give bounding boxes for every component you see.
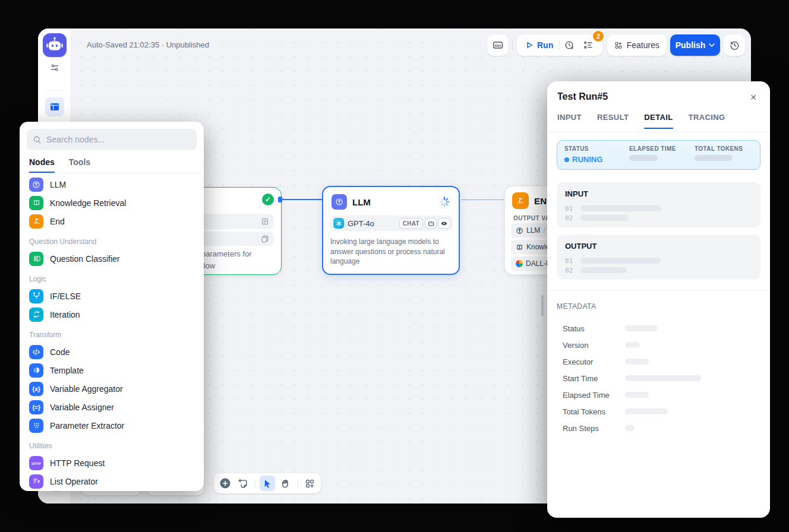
status-value: RUNING bbox=[564, 155, 629, 164]
env-icon: ENV bbox=[492, 39, 504, 51]
node-item-label: Knowledge Retrieval bbox=[50, 198, 126, 208]
node-list-item[interactable]: Template bbox=[24, 361, 199, 379]
node-list-item[interactable]: LLM bbox=[24, 175, 199, 194]
metadata-row: Status bbox=[563, 320, 760, 337]
node-list-item[interactable]: {x}Variable Aggregator bbox=[24, 379, 199, 398]
llm-icon bbox=[29, 178, 43, 192]
tab-tracing[interactable]: TRACING bbox=[689, 113, 725, 129]
tab-result[interactable]: RESULT bbox=[597, 113, 629, 129]
add-node-button[interactable] bbox=[217, 476, 233, 491]
io-row: 01 bbox=[565, 204, 752, 213]
env-button[interactable]: ENV bbox=[487, 34, 509, 56]
app-robot-icon[interactable] bbox=[43, 33, 67, 57]
workflow-tool-button[interactable] bbox=[45, 97, 64, 116]
iteration-icon bbox=[29, 308, 43, 322]
test-run-panel: Test Run#5 ✕ INPUTRESULTDETAILTRACING ST… bbox=[547, 81, 770, 518]
placeholder-bar bbox=[625, 425, 635, 431]
node-list-item[interactable]: List Operator bbox=[24, 472, 199, 490]
play-icon bbox=[525, 41, 534, 49]
run-button[interactable]: Run bbox=[519, 34, 559, 56]
search-placeholder: Search nodes... bbox=[46, 135, 105, 144]
output-title: OUTPUT bbox=[565, 242, 752, 251]
placeholder-bar bbox=[625, 325, 658, 331]
node-item-label: IF/ELSE bbox=[50, 292, 81, 301]
metadata-row: Version bbox=[563, 337, 760, 353]
placeholder-bar bbox=[580, 215, 628, 221]
run-label: Run bbox=[537, 40, 553, 50]
plus-circle-icon bbox=[219, 477, 232, 490]
status-col: STATUSRUNING bbox=[564, 145, 629, 164]
organize-grid-icon bbox=[305, 479, 315, 489]
notification-badge: 2 bbox=[593, 31, 604, 42]
window-icon bbox=[49, 102, 60, 112]
param-extract-icon bbox=[29, 419, 43, 433]
metadata-rows: StatusVersionExecutorStart TimeElapsed T… bbox=[563, 320, 760, 436]
run-history-button[interactable] bbox=[560, 36, 579, 55]
http-icon: HTTP bbox=[29, 456, 43, 470]
node-list-item[interactable]: Iteration bbox=[24, 305, 199, 324]
tab-input[interactable]: INPUT bbox=[557, 113, 582, 129]
model-selector[interactable]: GPT-4o CHAT bbox=[330, 216, 453, 231]
divider bbox=[512, 40, 513, 50]
template-icon bbox=[29, 363, 43, 378]
llm-node[interactable]: LLM GPT-4o CHAT bbox=[322, 186, 460, 275]
pointer-mode-button[interactable] bbox=[260, 476, 275, 491]
tab-detail[interactable]: DETAIL bbox=[644, 113, 673, 129]
close-icon[interactable]: ✕ bbox=[746, 90, 760, 104]
metadata-label: Start Time bbox=[563, 374, 625, 383]
node-list-item[interactable]: End bbox=[24, 212, 199, 230]
organize-blocks-button[interactable] bbox=[302, 476, 317, 491]
node-search-panel: Search nodes... NodesTools LLMKnowledge … bbox=[20, 122, 204, 491]
placeholder-bar bbox=[695, 155, 733, 161]
metadata-label: Executor bbox=[563, 357, 625, 366]
input-section: INPUT 0102 bbox=[557, 182, 760, 227]
node-list-item[interactable]: Knowledge Retrieval bbox=[24, 194, 199, 212]
metadata-label: Status bbox=[563, 324, 625, 333]
node-item-label: LLM bbox=[50, 180, 66, 189]
node-list-item[interactable]: HTTPHTTP Request bbox=[24, 454, 199, 472]
status-col-label: TOTAL TOKENS bbox=[695, 145, 743, 152]
preferences-sliders-icon[interactable] bbox=[50, 63, 59, 72]
node-list-item[interactable]: IF/ELSE bbox=[24, 287, 199, 305]
version-history-button[interactable] bbox=[724, 34, 745, 56]
node-list-item[interactable]: Code bbox=[24, 343, 199, 361]
status-col: ELAPSED TIME bbox=[629, 145, 695, 164]
note-plus-icon bbox=[238, 478, 248, 489]
node-item-label: End bbox=[50, 217, 65, 226]
tab-nodes[interactable]: Nodes bbox=[29, 157, 55, 173]
publish-button[interactable]: Publish bbox=[670, 34, 720, 56]
node-list-item[interactable]: Question Classifier bbox=[24, 249, 199, 268]
end-row-text: LLM bbox=[526, 226, 540, 235]
clock-run-icon bbox=[564, 40, 575, 50]
node-search-input[interactable]: Search nodes... bbox=[27, 129, 197, 150]
tab-tools[interactable]: Tools bbox=[69, 157, 90, 173]
features-button[interactable]: Features bbox=[607, 34, 667, 56]
publish-label: Publish bbox=[676, 40, 706, 50]
node-item-label: Code bbox=[50, 347, 70, 357]
svg-text:{x}: {x} bbox=[32, 385, 40, 392]
placeholder-bar bbox=[629, 155, 658, 161]
node-list-item[interactable]: Parameter Extractor bbox=[24, 416, 199, 435]
llm-node-icon bbox=[332, 194, 347, 210]
node-item-label: Template bbox=[50, 366, 84, 375]
node-list-item[interactable]: {=}Variable Assigner bbox=[24, 398, 199, 416]
line-number: 01 bbox=[565, 205, 575, 213]
divider bbox=[297, 479, 298, 487]
llm-node-title: LLM bbox=[352, 197, 371, 207]
running-spinner-icon bbox=[438, 196, 450, 208]
add-note-button[interactable] bbox=[235, 476, 251, 491]
ifelse-icon bbox=[29, 289, 43, 303]
svg-text:ENV: ENV bbox=[494, 44, 501, 48]
metadata-label: Total Tokens bbox=[563, 407, 625, 416]
node-item-label: Variable Assigner bbox=[50, 403, 114, 412]
test-run-tabs: INPUTRESULTDETAILTRACING bbox=[557, 113, 725, 129]
hand-mode-button[interactable] bbox=[277, 476, 293, 491]
node-item-label: Question Classifier bbox=[50, 254, 120, 264]
gpt4o-model-icon bbox=[333, 218, 344, 229]
canvas-scrollbar[interactable] bbox=[541, 295, 544, 316]
separator: / bbox=[543, 226, 545, 235]
edge-start-to-llm bbox=[282, 199, 322, 200]
running-dot-icon bbox=[564, 157, 569, 162]
status-card: STATUSRUNINGELAPSED TIMETOTAL TOKENS bbox=[557, 140, 760, 170]
knowledge-icon bbox=[29, 196, 43, 210]
